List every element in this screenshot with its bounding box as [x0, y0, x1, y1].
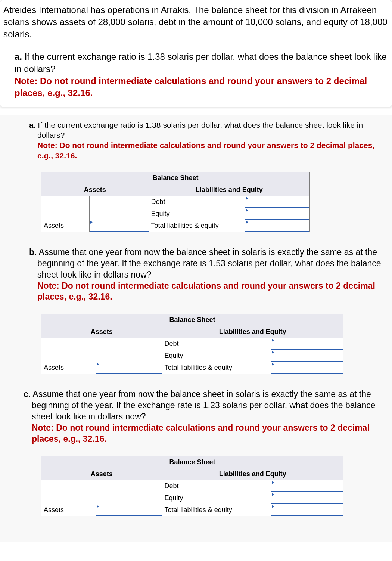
debt-label: Debt [162, 480, 271, 492]
subquestion-a: a. If the current exchange ratio is 1.38… [4, 120, 388, 161]
question-text: If the current exchange ratio is 1.38 so… [37, 121, 363, 139]
empty-cell [90, 196, 149, 208]
empty-cell [96, 492, 162, 504]
table-row: Debt [41, 196, 310, 208]
debt-label: Debt [162, 338, 271, 350]
problem-statement-card: Atreides International has operations in… [0, 0, 392, 107]
question-text: Assume that one year from now the balanc… [37, 247, 381, 279]
total-input-c[interactable] [271, 504, 343, 516]
table-row: Equity [41, 350, 343, 362]
total-label: Total liabilities & equity [162, 504, 271, 516]
assets-header: Assets [41, 184, 149, 196]
assets-input-c[interactable] [96, 504, 162, 516]
question-letter: b. [29, 247, 37, 257]
empty-cell [96, 350, 162, 362]
assets-row-label: Assets [41, 504, 96, 516]
question-text: If the current exchange ratio is 1.38 so… [15, 52, 387, 74]
answer-section: a. If the current exchange ratio is 1.38… [0, 115, 392, 542]
balance-sheet-table-b: Balance Sheet Assets Liabilities and Equ… [41, 314, 343, 374]
empty-cell [96, 480, 162, 492]
assets-row-label: Assets [41, 220, 90, 232]
table-row: Equity [41, 492, 343, 504]
top-question-a: a. If the current exchange ratio is 1.38… [3, 51, 389, 99]
question-text: Assume that one year from now the balanc… [32, 389, 376, 421]
subquestion-c: c. Assume that one year from now the bal… [4, 389, 388, 444]
assets-header: Assets [41, 326, 162, 338]
intro-paragraph: Atreides International has operations in… [3, 4, 389, 40]
table-title: Balance Sheet [41, 456, 343, 468]
empty-cell [41, 208, 90, 220]
debt-label: Debt [149, 196, 245, 208]
empty-cell [41, 196, 90, 208]
subquestion-b: b. Assume that one year from now the bal… [4, 247, 388, 303]
equity-label: Equity [162, 492, 271, 504]
debt-input-b[interactable] [271, 338, 343, 350]
table-row: Assets Total liabilities & equity [41, 504, 343, 516]
equity-input-a[interactable] [245, 208, 310, 220]
empty-cell [41, 480, 96, 492]
liabilities-header: Liabilities and Equity [162, 468, 343, 480]
total-input-b[interactable] [271, 362, 343, 374]
debt-input-c[interactable] [271, 480, 343, 492]
table-row: Assets Total liabilities & equity [41, 220, 310, 232]
balance-sheet-b-wrap: Balance Sheet Assets Liabilities and Equ… [4, 314, 388, 374]
debt-input-a[interactable] [245, 196, 310, 208]
table-title: Balance Sheet [41, 172, 310, 184]
empty-cell [41, 492, 96, 504]
assets-input-b[interactable] [96, 362, 162, 374]
equity-input-c[interactable] [271, 492, 343, 504]
balance-sheet-a-wrap: Balance Sheet Assets Liabilities and Equ… [4, 172, 388, 232]
equity-label: Equity [162, 350, 271, 362]
liabilities-header: Liabilities and Equity [162, 326, 343, 338]
liabilities-header: Liabilities and Equity [149, 184, 309, 196]
question-note: Note: Do not round intermediate calculat… [37, 281, 375, 302]
assets-row-label: Assets [41, 362, 96, 374]
assets-header: Assets [41, 468, 162, 480]
question-letter: a. [29, 121, 36, 129]
balance-sheet-table-c: Balance Sheet Assets Liabilities and Equ… [41, 456, 343, 516]
empty-cell [96, 338, 162, 350]
question-letter: c. [24, 389, 31, 399]
table-title: Balance Sheet [41, 314, 343, 326]
equity-label: Equity [149, 208, 245, 220]
empty-cell [41, 350, 96, 362]
empty-cell [41, 338, 96, 350]
empty-cell [90, 208, 149, 220]
question-note: Note: Do not round intermediate calculat… [15, 76, 367, 98]
balance-sheet-c-wrap: Balance Sheet Assets Liabilities and Equ… [4, 456, 388, 516]
table-row: Assets Total liabilities & equity [41, 362, 343, 374]
table-row: Equity [41, 208, 310, 220]
question-note: Note: Do not round intermediate calculat… [32, 423, 370, 444]
total-label: Total liabilities & equity [149, 220, 245, 232]
question-letter: a. [15, 52, 22, 62]
table-row: Debt [41, 338, 343, 350]
assets-input-a[interactable] [90, 220, 149, 232]
equity-input-b[interactable] [271, 350, 343, 362]
question-note: Note: Do not round intermediate calculat… [37, 141, 374, 159]
total-label: Total liabilities & equity [162, 362, 271, 374]
table-row: Debt [41, 480, 343, 492]
total-input-a[interactable] [245, 220, 310, 232]
balance-sheet-table-a: Balance Sheet Assets Liabilities and Equ… [41, 172, 310, 232]
